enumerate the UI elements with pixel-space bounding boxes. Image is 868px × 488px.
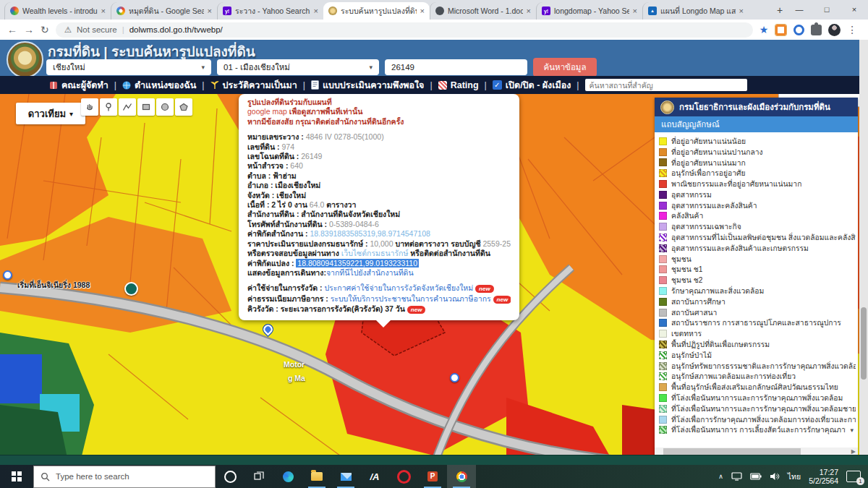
rectangle-tool[interactable] bbox=[137, 98, 155, 116]
place-search-input[interactable] bbox=[585, 79, 747, 91]
taskbar-search-box[interactable]: Type here to search bbox=[33, 466, 216, 488]
popup-link[interactable]: จากที่นี่ไปยังสำนักงานที่ดิน bbox=[326, 268, 414, 277]
display-icon[interactable] bbox=[731, 472, 742, 481]
poi-marker[interactable] bbox=[3, 270, 12, 280]
browser-tab[interactable]: y!longdomap - Yahoo Se× bbox=[536, 2, 642, 20]
battery-icon[interactable] bbox=[750, 473, 762, 480]
polyline-tool[interactable] bbox=[119, 98, 136, 116]
extensions-puzzle-icon[interactable] bbox=[811, 25, 822, 35]
province-select[interactable]: เชียงใหม่ ▾ bbox=[46, 59, 211, 75]
legend-swatch bbox=[659, 309, 667, 317]
start-button[interactable] bbox=[0, 465, 33, 488]
popup-text: 10,000 bbox=[370, 239, 393, 248]
popup-link[interactable]: ประกาศค่าใช้จ่ายในการรังวัดจังหวัดเชียงใ… bbox=[324, 283, 475, 292]
popup-text: หน้าสำรวจ : bbox=[247, 161, 290, 170]
menu-item-survey[interactable]: แบบประเมินความพึงพอใจ bbox=[311, 78, 425, 93]
tab-close-icon[interactable]: × bbox=[314, 7, 318, 15]
draw-toolbar bbox=[81, 98, 192, 116]
scrollbar-thumb[interactable] bbox=[861, 307, 867, 380]
poi-marker[interactable] bbox=[450, 373, 459, 382]
tab-close-icon[interactable]: × bbox=[208, 7, 212, 15]
browser-tab[interactable]: หมุดที่ดิน - Google Sear× bbox=[111, 2, 217, 20]
popup-link[interactable]: ระบบให้บริการประชาชนในการคำนวณภาษีอากร bbox=[331, 294, 493, 303]
search-data-button[interactable]: ค้นหาข้อมูล bbox=[533, 58, 597, 77]
profile-avatar[interactable] bbox=[828, 24, 841, 36]
menu-item-team[interactable]: คณะผู้จัดทำ bbox=[49, 78, 109, 93]
forward-icon[interactable]: → bbox=[24, 25, 34, 35]
minimize-button[interactable]: — bbox=[786, 0, 813, 20]
tab-close-icon[interactable]: × bbox=[420, 7, 425, 15]
clock[interactable]: 17:27 5/2/2564 bbox=[809, 468, 838, 485]
back-icon[interactable]: ← bbox=[7, 25, 17, 35]
business-marker[interactable] bbox=[124, 282, 138, 296]
browser-tab[interactable]: Microsoft Word - 1.doc× bbox=[430, 2, 536, 20]
pan-hand-tool[interactable] bbox=[81, 98, 98, 116]
task-view-icon[interactable] bbox=[244, 465, 273, 488]
circle-tool[interactable] bbox=[156, 98, 174, 116]
city-plan-toggle[interactable]: ✓ เปิด/ปิด - ผังเมือง bbox=[493, 78, 571, 93]
legend-more-caret[interactable]: ▾ bbox=[850, 427, 856, 434]
speaker-icon[interactable] bbox=[770, 472, 780, 481]
amphoe-select[interactable]: 01 - เมืองเชียงใหม่ ▾ bbox=[217, 59, 379, 75]
globe-icon bbox=[122, 81, 131, 90]
popup-line: หมายเลขระวาง : 4846 IV 0278-05(1000) bbox=[247, 132, 511, 142]
folder-glyph bbox=[311, 472, 323, 481]
tab-close-icon[interactable]: × bbox=[739, 7, 744, 15]
reload-icon[interactable]: ↻ bbox=[41, 25, 49, 35]
tab-close-icon[interactable]: × bbox=[633, 7, 637, 15]
popup-text: ค่าธรรมเนียมภาษีอากร : bbox=[247, 294, 331, 303]
extension-icon[interactable] bbox=[775, 24, 787, 36]
legend-swatch bbox=[659, 276, 667, 284]
extension-icon[interactable] bbox=[793, 25, 804, 35]
file-explorer-icon[interactable] bbox=[302, 465, 331, 488]
checkbox-checked-icon[interactable]: ✓ bbox=[493, 80, 502, 90]
search-icon bbox=[41, 472, 50, 481]
map-label-gma: g Ma bbox=[288, 374, 305, 382]
close-button[interactable]: × bbox=[841, 0, 868, 20]
marker-tool[interactable] bbox=[100, 98, 117, 116]
menu-separator: | bbox=[303, 80, 305, 90]
browser-tab[interactable]: ▲แผนที่ Longdo Map แสด× bbox=[642, 2, 749, 20]
polygon-tool[interactable] bbox=[175, 98, 192, 116]
popup-link[interactable]: 18.8391883585319,98.9714547108 bbox=[310, 229, 430, 238]
popup-text: ค่าใช้จ่ายในการรังวัด : bbox=[247, 283, 324, 292]
tab-title: แผนที่ Longdo Map แสด bbox=[660, 5, 736, 17]
url-box[interactable]: ⚠ Not secure | dolwms.dol.go.th/tvwebp/ bbox=[56, 22, 753, 38]
mail-icon[interactable] bbox=[331, 465, 360, 488]
hidden-icons-chevron[interactable]: ∧ bbox=[718, 473, 723, 480]
menu-item-history[interactable]: ประวัติความเป็นมา bbox=[210, 78, 297, 93]
basemap-satellite-button[interactable]: ดาวเทียม ▾ bbox=[16, 103, 85, 124]
browser-tab[interactable]: y!ระวาง - Yahoo Search R× bbox=[217, 2, 323, 20]
browser-tab[interactable]: Wealth levels - introdu× bbox=[4, 2, 111, 20]
edge-icon[interactable] bbox=[273, 465, 302, 488]
bookmark-star-icon[interactable]: ★ bbox=[760, 25, 769, 35]
chrome-icon[interactable] bbox=[447, 465, 476, 488]
tab-close-icon[interactable]: × bbox=[101, 7, 106, 15]
cortana-icon[interactable] bbox=[216, 465, 244, 488]
scroll-right-arrow[interactable]: ▶ bbox=[849, 448, 858, 455]
legend-item: เขตทหาร bbox=[659, 328, 856, 339]
italic-a-app-icon[interactable]: /A bbox=[360, 465, 389, 488]
popup-link[interactable]: เว็บไซต์กรมธนารักษ์ bbox=[341, 249, 409, 257]
browser-tab[interactable]: ระบบค้นหารูปแปลงที่ดิน× bbox=[323, 2, 430, 20]
opera-icon[interactable] bbox=[389, 465, 418, 488]
menu-item-rating[interactable]: Rating bbox=[438, 80, 479, 90]
parcel-number-input[interactable]: 26149 bbox=[385, 59, 527, 75]
page-scrollbar[interactable] bbox=[859, 40, 868, 455]
legend-title: กรมโยธาธิการและผังเมืองร่วมกับกรมที่ดิน bbox=[679, 100, 830, 114]
browser-menu-icon[interactable]: ⋮ bbox=[847, 25, 857, 35]
system-tray: ∧ ไทย 17:27 5/2/2564 1 bbox=[718, 468, 868, 485]
language-indicator[interactable]: ไทย bbox=[788, 471, 801, 483]
tab-close-icon[interactable]: × bbox=[527, 7, 531, 15]
action-center-icon[interactable]: 1 bbox=[846, 471, 861, 482]
legend-swatch bbox=[659, 287, 667, 295]
popup-text: หรือตรวจสอบข้อมูลผ่านทาง bbox=[247, 249, 341, 257]
menu-item-my-location[interactable]: ตำแหน่งของฉัน bbox=[122, 78, 196, 93]
scrollbar-thumb[interactable] bbox=[663, 448, 801, 455]
taskbar-search-placeholder: Type here to search bbox=[56, 472, 129, 481]
popup-text: 4846 IV 0278-05(1000) bbox=[306, 132, 384, 141]
tray-time: 17:27 bbox=[820, 468, 838, 476]
map-area[interactable]: Toggle Street View ดาวเทียม ▾ เริ่มที่เอ… bbox=[0, 94, 868, 465]
powerpoint-icon[interactable]: P bbox=[418, 465, 447, 488]
maximize-button[interactable]: □ bbox=[813, 0, 841, 20]
